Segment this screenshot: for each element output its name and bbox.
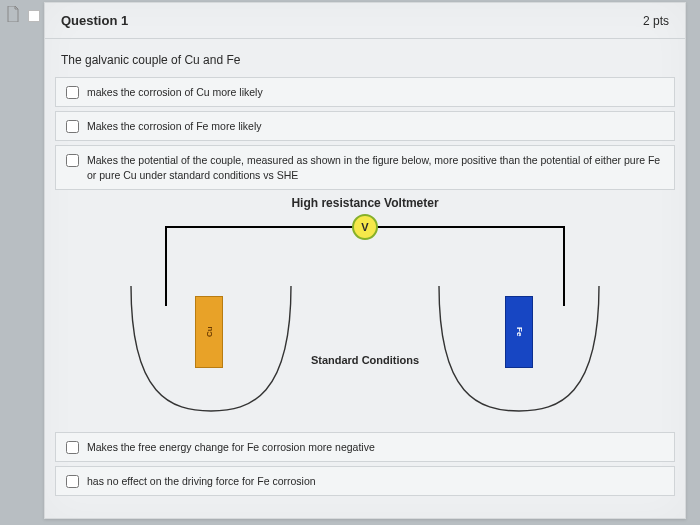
figure: High resistance Voltmeter V Cu Fe Standa… — [55, 196, 675, 424]
option-d-label: Makes the free energy change for Fe corr… — [87, 440, 375, 454]
option-e[interactable]: has no effect on the driving force for F… — [55, 466, 675, 496]
flag-checkbox[interactable] — [28, 10, 40, 22]
option-b-checkbox[interactable] — [66, 120, 79, 133]
page-icon — [6, 6, 20, 22]
option-e-label: has no effect on the driving force for F… — [87, 474, 316, 488]
option-e-checkbox[interactable] — [66, 475, 79, 488]
option-d-checkbox[interactable] — [66, 441, 79, 454]
options-group: makes the corrosion of Cu more likely Ma… — [45, 77, 685, 190]
option-c[interactable]: Makes the potential of the couple, measu… — [55, 145, 675, 189]
question-number: Question 1 — [61, 13, 128, 28]
option-c-checkbox[interactable] — [66, 154, 79, 167]
option-d[interactable]: Makes the free energy change for Fe corr… — [55, 432, 675, 462]
electrode-cu: Cu — [195, 296, 223, 368]
option-b-label: Makes the corrosion of Fe more likely — [87, 119, 261, 133]
options-group-2: Makes the free energy change for Fe corr… — [45, 432, 685, 496]
question-prompt: The galvanic couple of Cu and Fe — [45, 39, 685, 77]
electrode-cu-label: Cu — [205, 326, 214, 337]
option-c-label: Makes the potential of the couple, measu… — [87, 153, 664, 181]
option-b[interactable]: Makes the corrosion of Fe more likely — [55, 111, 675, 141]
question-header: Question 1 2 pts — [45, 3, 685, 38]
question-card: Question 1 2 pts The galvanic couple of … — [44, 2, 686, 519]
voltmeter-icon: V — [352, 214, 378, 240]
electrode-fe-label: Fe — [515, 327, 524, 336]
option-a-checkbox[interactable] — [66, 86, 79, 99]
electrode-fe: Fe — [505, 296, 533, 368]
option-a[interactable]: makes the corrosion of Cu more likely — [55, 77, 675, 107]
option-a-label: makes the corrosion of Cu more likely — [87, 85, 263, 99]
conditions-label: Standard Conditions — [311, 354, 419, 366]
question-points: 2 pts — [643, 14, 669, 28]
voltmeter-label: V — [361, 221, 368, 233]
figure-title: High resistance Voltmeter — [291, 196, 438, 210]
